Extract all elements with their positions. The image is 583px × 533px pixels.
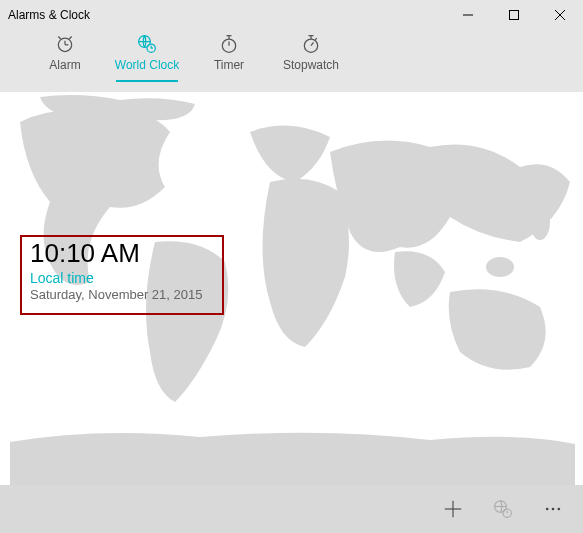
svg-point-10 [147, 44, 155, 52]
titlebar: Alarms & Clock [0, 0, 583, 30]
svg-line-21 [315, 38, 317, 40]
svg-line-7 [58, 37, 61, 40]
close-icon [555, 10, 565, 20]
timer-icon [219, 34, 239, 54]
ellipsis-icon [543, 499, 563, 519]
tab-world-clock-label: World Clock [115, 58, 179, 72]
minimize-icon [463, 10, 473, 20]
tab-stopwatch[interactable]: Stopwatch [270, 30, 352, 82]
tab-world-clock[interactable]: World Clock [106, 30, 188, 82]
tab-alarm[interactable]: Alarm [24, 30, 106, 82]
svg-rect-1 [510, 11, 519, 20]
svg-point-24 [486, 257, 514, 277]
svg-point-23 [530, 204, 550, 240]
svg-line-18 [311, 42, 314, 45]
tab-stopwatch-label: Stopwatch [283, 58, 339, 72]
maximize-icon [509, 10, 519, 20]
clock-date: Saturday, November 21, 2015 [30, 287, 214, 302]
convert-time-button[interactable] [481, 487, 525, 531]
svg-point-17 [304, 39, 317, 52]
world-clock-content: 10:10 AM Local time Saturday, November 2… [0, 92, 583, 485]
command-bar [0, 485, 583, 533]
titlebar-controls [445, 0, 583, 30]
world-clock-small-icon [493, 499, 513, 519]
stopwatch-icon [301, 34, 321, 54]
tab-alarm-label: Alarm [49, 58, 80, 72]
clock-label: Local time [30, 270, 214, 286]
world-clock-icon [137, 34, 157, 54]
close-button[interactable] [537, 0, 583, 30]
minimize-button[interactable] [445, 0, 491, 30]
plus-icon [442, 498, 464, 520]
window-title: Alarms & Clock [8, 8, 90, 22]
more-button[interactable] [531, 487, 575, 531]
svg-point-32 [558, 508, 561, 511]
tab-timer-label: Timer [214, 58, 244, 72]
tab-timer[interactable]: Timer [188, 30, 270, 82]
clock-time: 10:10 AM [30, 239, 214, 268]
maximize-button[interactable] [491, 0, 537, 30]
add-clock-button[interactable] [431, 487, 475, 531]
svg-point-13 [222, 39, 235, 52]
alarm-icon [55, 34, 75, 54]
tab-bar: Alarm World Clock Timer Stopwatch [0, 30, 583, 92]
local-time-card[interactable]: 10:10 AM Local time Saturday, November 2… [20, 235, 224, 315]
svg-point-31 [552, 508, 555, 511]
svg-point-30 [546, 508, 549, 511]
svg-line-8 [69, 37, 72, 40]
